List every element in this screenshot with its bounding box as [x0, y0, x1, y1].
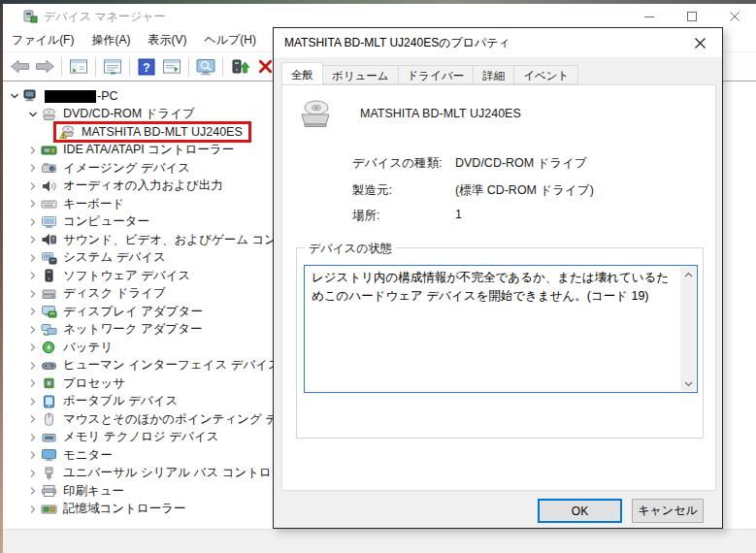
- hid-icon: [41, 359, 60, 373]
- chevron-collapsed-icon[interactable]: [25, 233, 41, 246]
- chevron-expanded-icon[interactable]: [7, 89, 22, 103]
- chevron-collapsed-icon[interactable]: [25, 287, 41, 301]
- menu-help[interactable]: ヘルプ(H): [195, 28, 265, 52]
- tab-0[interactable]: 全般: [281, 62, 323, 84]
- tree-item-label: キーボード: [63, 196, 124, 212]
- cancel-button[interactable]: キャンセル: [632, 499, 704, 523]
- chevron-collapsed-icon[interactable]: [25, 431, 41, 444]
- chevron-collapsed-icon[interactable]: [25, 251, 41, 265]
- maximize-button[interactable]: [671, 4, 713, 29]
- location-label: 場所:: [352, 208, 455, 224]
- chevron-collapsed-icon[interactable]: [25, 341, 41, 354]
- tree-item-label: ヒューマン インターフェイス デバイス: [63, 357, 280, 374]
- tree-item-label: ディスク ドライブ: [63, 285, 166, 302]
- dialog-close-button[interactable]: [678, 28, 722, 57]
- chevron-collapsed-icon[interactable]: [25, 323, 41, 337]
- tree-item-label: メモリ テクノロジ デバイス: [63, 429, 218, 445]
- ok-button[interactable]: OK: [538, 499, 622, 523]
- keyboard-icon: [41, 197, 60, 211]
- tree-item-label: ポータブル デバイス: [63, 393, 178, 409]
- chevron-collapsed-icon[interactable]: [25, 215, 41, 229]
- usb-controller-icon: [41, 467, 60, 480]
- close-button[interactable]: [713, 4, 756, 29]
- status-scrollbar[interactable]: [680, 267, 696, 391]
- help-button[interactable]: ?: [135, 55, 158, 79]
- status-bar: [3, 529, 756, 553]
- tree-item-label: 印刷キュー: [63, 483, 124, 500]
- chevron-collapsed-icon[interactable]: [25, 197, 41, 211]
- tab-4[interactable]: イベント: [514, 65, 578, 84]
- manufacturer-value: (標準 CD-ROM ドライブ): [455, 182, 594, 199]
- properties-button[interactable]: [101, 55, 124, 79]
- chevron-collapsed-icon[interactable]: [25, 179, 41, 193]
- toolbar-separator: [61, 57, 62, 77]
- svg-text:?: ?: [143, 60, 149, 74]
- chevron-expanded-icon[interactable]: [25, 108, 41, 121]
- device-status-legend: デバイスの状態: [305, 241, 395, 257]
- tree-item-label: MATSHITA BD-MLT UJ240ES: [82, 125, 243, 139]
- show-console-tree-button[interactable]: [67, 55, 90, 79]
- chevron-collapsed-icon[interactable]: [25, 503, 41, 516]
- computer-category-icon: [41, 215, 60, 229]
- chevron-collapsed-icon[interactable]: [25, 395, 41, 408]
- mouse-icon: [41, 412, 60, 426]
- ide-controller-icon: [41, 144, 60, 157]
- tree-item-label: DVD/CD-ROM ドライブ: [63, 106, 195, 122]
- tree-item-label: イメージング デバイス: [63, 160, 190, 177]
- update-driver-button[interactable]: [228, 55, 251, 79]
- display-adapters-icon: [41, 305, 60, 318]
- chevron-collapsed-icon[interactable]: [25, 376, 41, 390]
- menu-file[interactable]: ファイル(F): [3, 28, 82, 52]
- device-status-groupbox: デバイスの状態 レジストリ内の構成情報が不完全であるか、または壊れているためこの…: [296, 247, 704, 439]
- action-pane-button[interactable]: [160, 55, 183, 79]
- tree-item-label: オーディオの入力および出力: [63, 178, 223, 194]
- disk-drives-icon: [41, 287, 60, 301]
- tree-item-label: 記憶域コントローラー: [63, 501, 185, 517]
- minimize-button[interactable]: [628, 4, 671, 29]
- chevron-collapsed-icon[interactable]: [25, 448, 41, 462]
- software-devices-icon: [41, 269, 60, 282]
- computer-pc-icon: [22, 89, 42, 103]
- tree-item-label: モニター: [63, 447, 113, 464]
- tab-2[interactable]: ドライバー: [399, 65, 475, 84]
- cd-drive-icon: [41, 108, 60, 121]
- tab-3[interactable]: 詳細: [474, 65, 514, 84]
- properties-dialog: MATSHITA BD-MLT UJ240ESのプロパティ 全般ボリュームドライ…: [273, 27, 723, 529]
- cd-drive-large-icon: [296, 97, 335, 130]
- audio-io-icon: [41, 179, 60, 193]
- portable-devices-icon: [41, 395, 60, 408]
- scroll-up-icon[interactable]: [680, 267, 696, 281]
- redacted-pc-name: [45, 90, 96, 103]
- menu-view[interactable]: 表示(V): [139, 28, 195, 52]
- title-bar: デバイス マネージャー: [3, 4, 756, 29]
- forward-button[interactable]: [33, 55, 56, 79]
- device-status-textbox[interactable]: レジストリ内の構成情報が不完全であるか、または壊れているためこのハードウェア デ…: [304, 265, 698, 393]
- menu-action[interactable]: 操作(A): [82, 28, 139, 52]
- chevron-collapsed-icon[interactable]: [25, 144, 41, 157]
- chevron-collapsed-icon[interactable]: [25, 467, 41, 480]
- toolbar-separator: [222, 57, 223, 77]
- tree-item-label: システム デバイス: [63, 249, 166, 266]
- back-button[interactable]: [8, 55, 31, 79]
- memory-tech-icon: [41, 431, 60, 444]
- tree-item-label: ソフトウェア デバイス: [63, 268, 190, 284]
- chevron-collapsed-icon[interactable]: [25, 161, 41, 175]
- toolbar-separator: [95, 57, 96, 77]
- chevron-collapsed-icon[interactable]: [25, 484, 41, 498]
- scan-hardware-changes-button[interactable]: [194, 55, 217, 79]
- chevron-collapsed-icon[interactable]: [25, 412, 41, 426]
- tree-item-label: ユニバーサル シリアル バス コントローラー: [63, 465, 309, 481]
- manufacturer-label: 製造元:: [352, 182, 455, 199]
- chevron-collapsed-icon[interactable]: [25, 269, 41, 282]
- device-header: MATSHITA BD-MLT UJ240ES: [296, 97, 521, 130]
- tree-item-label: -PC: [45, 89, 118, 103]
- device-manager-app-icon: [22, 9, 38, 24]
- tree-item-label: IDE ATA/ATAPI コントローラー: [63, 142, 234, 158]
- tab-1[interactable]: ボリューム: [323, 65, 399, 84]
- toolbar-separator: [129, 57, 130, 77]
- scroll-down-icon[interactable]: [680, 376, 696, 391]
- device-type-value: DVD/CD-ROM ドライブ: [455, 155, 587, 172]
- chevron-collapsed-icon[interactable]: [25, 359, 41, 373]
- tree-item-label: ネットワーク アダプター: [63, 321, 203, 338]
- chevron-collapsed-icon[interactable]: [25, 305, 41, 318]
